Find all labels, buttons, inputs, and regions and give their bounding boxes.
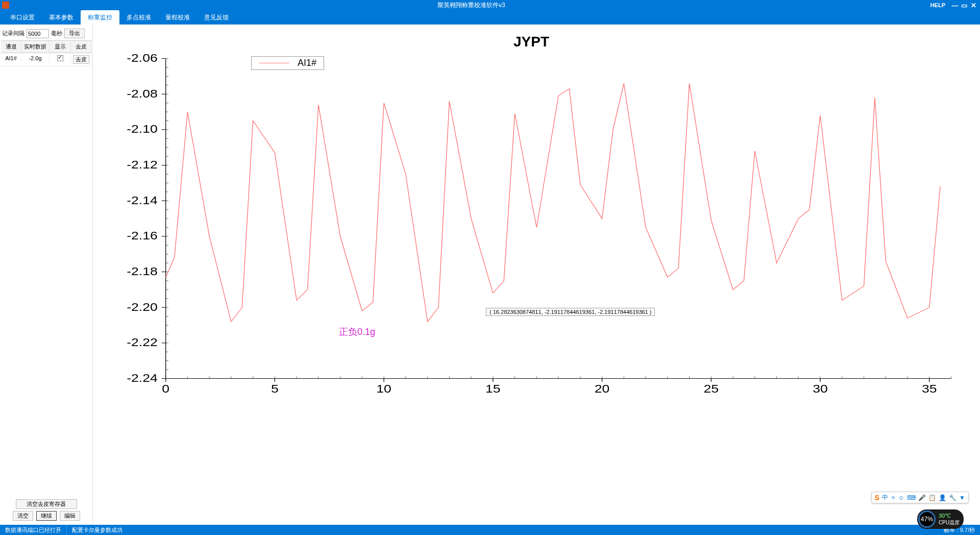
ime-voice-icon[interactable]: 🎤 (918, 494, 926, 501)
chart-title: JYPT (98, 34, 965, 50)
cell-tare: 去皮 (71, 53, 91, 66)
svg-text:-2.08: -2.08 (127, 87, 157, 100)
close-button[interactable]: ✕ (969, 2, 978, 9)
ime-keyboard-icon[interactable]: ⌨ (907, 494, 916, 501)
window-title: 聚英翱翔称重校准软件v3 (12, 1, 930, 10)
svg-text:10: 10 (376, 383, 391, 395)
svg-text:-2.24: -2.24 (127, 372, 157, 384)
tab-multipoint[interactable]: 多点校准 (119, 10, 158, 25)
ime-logo-icon: S (875, 494, 879, 502)
ime-punct-icon[interactable]: ✧ (891, 494, 896, 501)
gauge-text: 30℃ CPU温度 (939, 513, 960, 526)
chart-legend: AI1# (251, 56, 324, 70)
tab-serial[interactable]: 串口设置 (3, 10, 42, 25)
left-panel: 记录间隔 毫秒 导出 通道 实时数据 显示 去皮 AI1# -2.0g 去皮 清… (0, 25, 93, 525)
maximize-button[interactable]: ▭ (960, 2, 969, 9)
app-icon (2, 2, 9, 9)
svg-text:-2.10: -2.10 (127, 123, 157, 135)
svg-text:30: 30 (813, 383, 827, 395)
chart-annotation: 正负0.1g (339, 326, 375, 338)
legend-line-icon (259, 63, 289, 63)
gauge-temp: 30℃ (939, 513, 960, 519)
interval-label: 记录间隔 (2, 30, 24, 37)
svg-text:-2.16: -2.16 (127, 230, 157, 242)
left-bottom-buttons: 清空去皮寄存器 清空 继续 编辑 (1, 497, 91, 523)
interval-unit: 毫秒 (51, 30, 62, 37)
clear-button[interactable]: 清空 (13, 511, 33, 521)
interval-input[interactable] (27, 29, 49, 38)
status-port: 数据通讯端口已经打开 (0, 526, 66, 534)
header-display: 显示 (50, 41, 71, 53)
ime-emoji-icon[interactable]: ☺ (898, 494, 904, 501)
svg-text:-2.06: -2.06 (127, 53, 157, 64)
interval-row: 记录间隔 毫秒 导出 (1, 27, 91, 40)
statusbar: 数据通讯端口已经打开 配置卡尔曼参数成功 帧率 : 9.7/秒 (0, 525, 980, 535)
table-row: AI1# -2.0g 去皮 (1, 53, 91, 66)
tab-feedback[interactable]: 意见反馈 (197, 10, 236, 25)
continue-button[interactable]: 继续 (36, 511, 57, 521)
gauge-percent: 47% (918, 510, 936, 528)
data-grid-header: 通道 实时数据 显示 去皮 (1, 40, 91, 53)
svg-text:-2.12: -2.12 (127, 159, 157, 171)
svg-text:15: 15 (485, 383, 500, 395)
ime-user-icon[interactable]: 👤 (939, 494, 946, 501)
header-value: 实时数据 (21, 41, 50, 53)
cell-channel: AI1# (1, 53, 21, 66)
line-chart[interactable]: -2.06-2.08-2.10-2.12-2.14-2.16-2.18-2.20… (98, 53, 965, 400)
ime-tools-icon[interactable]: 🔧 (949, 494, 957, 501)
edit-button[interactable]: 编辑 (60, 511, 80, 521)
ime-toolbar[interactable]: S 中 ✧ ☺ ⌨ 🎤 📋 👤 🔧 ▼ (871, 492, 969, 503)
main-tabs: 串口设置 基本参数 称重监控 多点校准 量程校准 意见反馈 (0, 10, 980, 25)
header-channel: 通道 (1, 41, 21, 53)
chart-panel: JYPT AI1# -2.06-2.08-2.10-2.12-2.14-2.16… (93, 25, 980, 525)
workarea: 记录间隔 毫秒 导出 通道 实时数据 显示 去皮 AI1# -2.0g 去皮 清… (0, 25, 980, 525)
minimize-button[interactable]: — (950, 2, 960, 9)
tare-button[interactable]: 去皮 (73, 55, 89, 64)
svg-text:20: 20 (595, 383, 609, 395)
help-link[interactable]: HELP (930, 2, 945, 8)
legend-label: AI1# (298, 58, 316, 68)
svg-text:-2.14: -2.14 (127, 194, 157, 206)
svg-text:-2.22: -2.22 (127, 336, 157, 349)
header-tare: 去皮 (71, 41, 91, 53)
gauge-label: CPU温度 (939, 519, 960, 526)
titlebar: 聚英翱翔称重校准软件v3 HELP — ▭ ✕ (0, 0, 980, 10)
cell-display (50, 53, 71, 66)
ime-lang[interactable]: 中 (882, 493, 888, 502)
svg-text:-2.20: -2.20 (127, 301, 157, 313)
svg-text:-2.18: -2.18 (127, 265, 157, 277)
display-checkbox[interactable] (57, 55, 63, 61)
export-button[interactable]: 导出 (64, 29, 85, 38)
tab-range[interactable]: 量程校准 (158, 10, 197, 25)
tab-basic[interactable]: 基本参数 (42, 10, 81, 25)
tab-monitor[interactable]: 称重监控 (81, 10, 119, 25)
clear-tare-button[interactable]: 清空去皮寄存器 (16, 499, 77, 509)
svg-text:35: 35 (922, 383, 937, 395)
cell-value: -2.0g (21, 53, 50, 66)
svg-text:0: 0 (162, 383, 169, 395)
chart-tooltip: ( 16.2823630874811, -2.19117844619361, -… (486, 308, 655, 316)
ime-clipboard-icon[interactable]: 📋 (928, 494, 936, 501)
system-gauge[interactable]: 47% 30℃ CPU温度 (917, 509, 964, 529)
svg-text:5: 5 (271, 383, 279, 395)
status-config: 配置卡尔曼参数成功 (67, 526, 128, 534)
svg-text:25: 25 (704, 383, 719, 395)
ime-dropdown-icon[interactable]: ▼ (959, 494, 965, 501)
